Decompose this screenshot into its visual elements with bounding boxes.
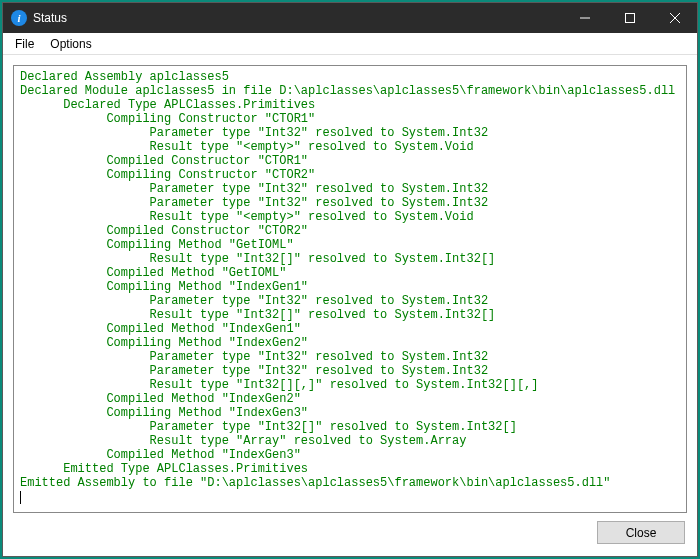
log-line: Parameter type "Int32" resolved to Syste…: [20, 196, 680, 210]
log-line: Compiled Method "IndexGen3": [20, 448, 680, 462]
menu-options[interactable]: Options: [42, 35, 99, 53]
log-line: Parameter type "Int32" resolved to Syste…: [20, 364, 680, 378]
log-line: Compiled Constructor "CTOR1": [20, 154, 680, 168]
close-window-button[interactable]: [652, 3, 697, 33]
log-line: Parameter type "Int32" resolved to Syste…: [20, 126, 680, 140]
log-line: Compiling Method "IndexGen3": [20, 406, 680, 420]
log-line: Compiling Constructor "CTOR1": [20, 112, 680, 126]
log-line: Result type "Int32[][,]" resolved to Sys…: [20, 378, 680, 392]
button-row: Close: [13, 521, 687, 546]
log-panel[interactable]: Declared Assembly aplclasses5Declared Mo…: [13, 65, 687, 513]
log-line: Parameter type "Int32" resolved to Syste…: [20, 182, 680, 196]
svg-rect-1: [625, 14, 634, 23]
log-line: Declared Assembly aplclasses5: [20, 70, 680, 84]
log-line: Parameter type "Int32" resolved to Syste…: [20, 294, 680, 308]
minimize-button[interactable]: [562, 3, 607, 33]
info-icon: i: [11, 10, 27, 26]
log-line: Compiling Method "GetIOML": [20, 238, 680, 252]
log-line: Emitted Assembly to file "D:\aplclasses\…: [20, 476, 680, 490]
log-line: Result type "Int32[]" resolved to System…: [20, 308, 680, 322]
log-line: Compiled Method "IndexGen1": [20, 322, 680, 336]
log-line: Declared Module aplclasses5 in file D:\a…: [20, 84, 680, 98]
content-area: Declared Assembly aplclasses5Declared Mo…: [3, 55, 697, 556]
log-line: Compiling Constructor "CTOR2": [20, 168, 680, 182]
log-line: Declared Type APLClasses.Primitives: [20, 98, 680, 112]
status-window: i Status File Options Declared Assembly …: [2, 2, 698, 557]
log-line: Result type "<empty>" resolved to System…: [20, 140, 680, 154]
titlebar: i Status: [3, 3, 697, 33]
log-line: Compiled Constructor "CTOR2": [20, 224, 680, 238]
log-line: Compiling Method "IndexGen2": [20, 336, 680, 350]
maximize-button[interactable]: [607, 3, 652, 33]
window-title: Status: [33, 11, 67, 25]
text-cursor: [20, 490, 680, 504]
log-line: Emitted Type APLClasses.Primitives: [20, 462, 680, 476]
log-line: Parameter type "Int32[]" resolved to Sys…: [20, 420, 680, 434]
log-line: Result type "Int32[]" resolved to System…: [20, 252, 680, 266]
close-button[interactable]: Close: [597, 521, 685, 544]
log-line: Compiled Method "IndexGen2": [20, 392, 680, 406]
log-line: Result type "Array" resolved to System.A…: [20, 434, 680, 448]
log-line: Compiling Method "IndexGen1": [20, 280, 680, 294]
log-line: Compiled Method "GetIOML": [20, 266, 680, 280]
menubar: File Options: [3, 33, 697, 55]
log-line: Result type "<empty>" resolved to System…: [20, 210, 680, 224]
log-line: Parameter type "Int32" resolved to Syste…: [20, 350, 680, 364]
menu-file[interactable]: File: [7, 35, 42, 53]
